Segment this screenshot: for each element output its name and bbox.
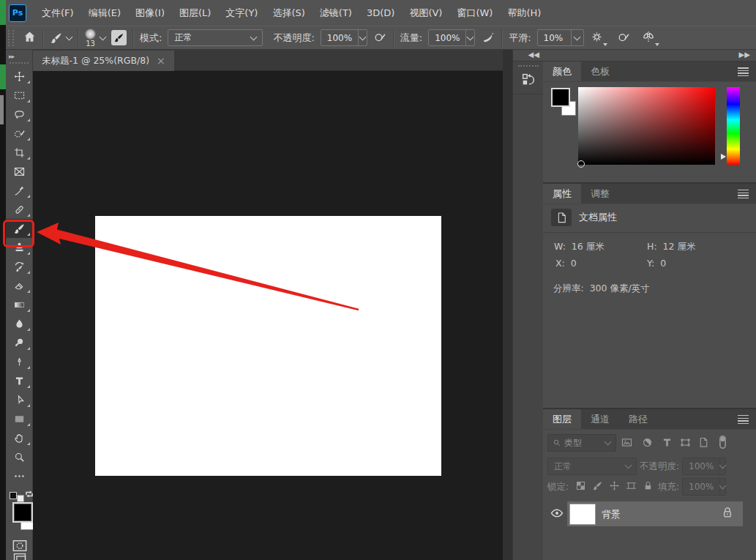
filter-pixel-layers-icon[interactable] bbox=[621, 436, 633, 451]
saturation-brightness-field[interactable] bbox=[578, 87, 715, 165]
menu-item-edit[interactable]: 编辑(E) bbox=[81, 7, 128, 20]
color-fg-swatch[interactable] bbox=[551, 88, 570, 107]
tab-layers[interactable]: 图层 bbox=[543, 409, 581, 429]
tool-rectangle[interactable] bbox=[6, 409, 33, 428]
smoothing-field[interactable]: 10% bbox=[537, 29, 584, 46]
menu-item-image[interactable]: 图像(I) bbox=[128, 7, 172, 20]
size-pressure-icon[interactable] bbox=[617, 30, 631, 46]
tool-dodge[interactable] bbox=[6, 333, 33, 352]
tool-history-brush[interactable] bbox=[6, 257, 33, 276]
layer-filter-select[interactable]: 类型 bbox=[547, 434, 616, 452]
filter-toggle-icon[interactable] bbox=[717, 435, 728, 452]
menu-item-3d[interactable]: 3D(D) bbox=[359, 7, 402, 18]
brush-preset-button[interactable] bbox=[50, 31, 72, 45]
prop-h-value[interactable]: 12 厘米 bbox=[663, 241, 696, 252]
menu-item-filter[interactable]: 滤镜(T) bbox=[312, 7, 359, 20]
tab-color[interactable]: 颜色 bbox=[543, 61, 581, 81]
lock-pixels-icon[interactable] bbox=[592, 480, 603, 493]
tool-move[interactable] bbox=[6, 67, 33, 86]
tool-object-selection[interactable] bbox=[6, 124, 33, 143]
home-icon[interactable] bbox=[23, 30, 37, 46]
layer-lock-icon[interactable] bbox=[722, 507, 733, 521]
smoothing-options-gear-icon[interactable] bbox=[590, 30, 604, 46]
lock-transparency-icon[interactable] bbox=[575, 480, 586, 493]
tools-panel-collapse-icon[interactable]: ▸▸ bbox=[6, 50, 32, 60]
layer-thumbnail[interactable] bbox=[569, 504, 596, 525]
tab-properties[interactable]: 属性 bbox=[543, 184, 581, 204]
flow-field[interactable]: 100% bbox=[428, 29, 475, 46]
filter-smart-objects-icon[interactable] bbox=[697, 436, 710, 451]
background-window-fragment bbox=[0, 0, 6, 25]
paint-symmetry-icon[interactable] bbox=[641, 29, 656, 46]
tab-adjustments[interactable]: 调整 bbox=[581, 184, 619, 204]
opacity-field[interactable]: 100% bbox=[321, 29, 367, 46]
tool-eyedropper[interactable] bbox=[6, 181, 33, 200]
layer-blend-mode-select[interactable]: 正常 bbox=[547, 458, 637, 475]
expand-dock-chevrons-icon[interactable]: ◀◀ bbox=[528, 51, 539, 59]
collapsed-dock-grip[interactable] bbox=[518, 65, 539, 67]
filter-shape-layers-icon[interactable] bbox=[679, 436, 692, 451]
canvas[interactable] bbox=[95, 216, 441, 476]
screen-mode-button[interactable] bbox=[12, 552, 27, 560]
lock-all-icon[interactable] bbox=[643, 480, 654, 493]
tool-rectangular-marquee[interactable] bbox=[6, 86, 33, 105]
default-colors-icon[interactable] bbox=[10, 490, 24, 502]
tool-zoom[interactable] bbox=[6, 447, 33, 466]
menu-item-layer[interactable]: 图层(L) bbox=[172, 7, 218, 20]
collapse-dock-chevrons-icon[interactable]: ▶▶ bbox=[739, 51, 750, 59]
tool-crop[interactable] bbox=[6, 143, 33, 162]
options-grip[interactable] bbox=[8, 30, 14, 46]
tab-swatches[interactable]: 色板 bbox=[581, 61, 619, 81]
layer-fill-field[interactable]: 100% bbox=[682, 478, 726, 496]
toggle-brush-settings-button[interactable] bbox=[111, 30, 127, 45]
edit-toolbar-ellipsis[interactable] bbox=[6, 466, 33, 485]
panel-menu-icon[interactable] bbox=[738, 67, 749, 76]
menu-item-view[interactable]: 视图(V) bbox=[402, 7, 449, 20]
tool-frame[interactable] bbox=[6, 162, 33, 181]
tab-close-icon[interactable]: × bbox=[157, 55, 165, 67]
hue-slider[interactable] bbox=[727, 87, 740, 165]
layer-visibility-eye-icon[interactable] bbox=[550, 507, 564, 521]
tool-path-selection[interactable] bbox=[6, 390, 33, 409]
tab-channels[interactable]: 通道 bbox=[581, 409, 619, 429]
collapsed-dock-header[interactable]: ◀◀ bbox=[513, 50, 543, 61]
document-tab[interactable]: 未标题-1 @ 25%(RGB/8) × bbox=[33, 51, 174, 71]
lock-artboard-icon[interactable] bbox=[626, 480, 637, 493]
filter-adjustment-layers-icon[interactable] bbox=[641, 436, 654, 451]
layer-opacity-field[interactable]: 100% bbox=[682, 458, 726, 475]
filter-type-layers-icon[interactable] bbox=[661, 436, 673, 451]
tool-hand[interactable] bbox=[6, 428, 33, 447]
tool-lasso[interactable] bbox=[6, 105, 33, 124]
opacity-pressure-icon[interactable] bbox=[373, 30, 387, 46]
panel-menu-icon[interactable] bbox=[738, 415, 749, 424]
blend-mode-select[interactable]: 正常 bbox=[168, 29, 263, 46]
tool-blur[interactable] bbox=[6, 314, 33, 333]
hue-slider-pointer[interactable] bbox=[721, 154, 726, 160]
foreground-color-swatch[interactable] bbox=[12, 502, 33, 523]
tools-panel-grip[interactable] bbox=[10, 62, 29, 64]
airbrush-icon[interactable] bbox=[481, 29, 495, 46]
tab-paths[interactable]: 路径 bbox=[619, 409, 657, 429]
layer-name[interactable]: 背景 bbox=[602, 508, 621, 521]
menu-item-type[interactable]: 文字(Y) bbox=[218, 7, 265, 20]
tool-pen[interactable] bbox=[6, 352, 33, 371]
brush-size-picker[interactable]: 13 bbox=[85, 29, 105, 48]
menu-item-file[interactable]: 文件(F) bbox=[34, 7, 81, 20]
tool-spot-healing-brush[interactable] bbox=[6, 200, 33, 219]
color-picker-cursor[interactable] bbox=[577, 160, 585, 168]
menu-item-window[interactable]: 窗口(W) bbox=[449, 7, 500, 20]
prop-y-value[interactable]: 0 bbox=[660, 258, 666, 269]
prop-h-label: H: bbox=[647, 241, 657, 252]
prop-x-value[interactable]: 0 bbox=[571, 258, 577, 269]
history-panel-icon[interactable] bbox=[516, 69, 541, 91]
menu-item-help[interactable]: 帮助(H) bbox=[500, 7, 548, 20]
tool-eraser[interactable] bbox=[6, 276, 33, 295]
panel-menu-icon[interactable] bbox=[738, 190, 749, 198]
tool-gradient[interactable] bbox=[6, 295, 33, 314]
tool-type[interactable] bbox=[6, 371, 33, 390]
mode-label: 模式: bbox=[140, 31, 162, 45]
menu-item-select[interactable]: 选择(S) bbox=[265, 7, 312, 20]
prop-w-value[interactable]: 16 厘米 bbox=[572, 241, 605, 252]
dock-header[interactable]: ▶▶ bbox=[543, 50, 756, 61]
lock-position-icon[interactable] bbox=[609, 480, 620, 493]
